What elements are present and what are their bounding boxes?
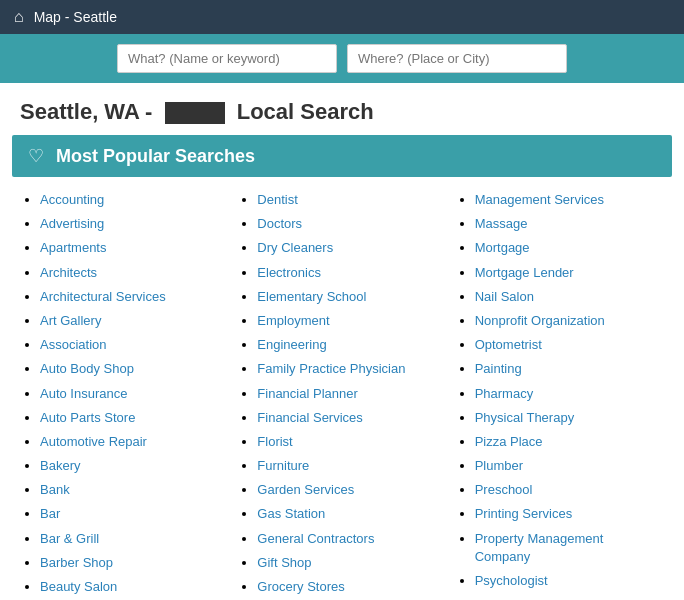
list-item: Auto Parts Store	[40, 409, 225, 427]
search-link[interactable]: Preschool	[475, 482, 533, 497]
search-link[interactable]: Physical Therapy	[475, 410, 574, 425]
list-item: Bar	[40, 505, 225, 523]
page-title-suffix: Local Search	[237, 99, 374, 124]
list-item: Mortgage	[475, 239, 660, 257]
search-link[interactable]: Elementary School	[257, 289, 366, 304]
list-item: Accounting	[40, 191, 225, 209]
top-nav: ⌂ Map - Seattle	[0, 0, 684, 34]
search-link[interactable]: Garden Services	[257, 482, 354, 497]
search-link[interactable]: General Contractors	[257, 531, 374, 546]
search-link[interactable]: Painting	[475, 361, 522, 376]
search-link[interactable]: Architectural Services	[40, 289, 166, 304]
list-item: Barber Shop	[40, 554, 225, 572]
search-link[interactable]: Engineering	[257, 337, 326, 352]
list-item: Financial Planner	[257, 385, 442, 403]
search-link[interactable]: Pizza Place	[475, 434, 543, 449]
search-link[interactable]: Furniture	[257, 458, 309, 473]
search-link[interactable]: Gas Station	[257, 506, 325, 521]
search-link[interactable]: Auto Parts Store	[40, 410, 135, 425]
search-link[interactable]: Grocery Stores	[257, 579, 344, 594]
search-link[interactable]: Dry Cleaners	[257, 240, 333, 255]
search-link[interactable]: Automotive Repair	[40, 434, 147, 449]
list-item: Psychologist	[475, 572, 660, 590]
list-item: Garden Services	[257, 481, 442, 499]
search-link[interactable]: Family Practice Physician	[257, 361, 405, 376]
search-link[interactable]: Bar	[40, 506, 60, 521]
list-item: Engineering	[257, 336, 442, 354]
list-item: Auto Insurance	[40, 385, 225, 403]
list-item: Auto Body Shop	[40, 360, 225, 378]
search-link[interactable]: Pharmacy	[475, 386, 534, 401]
search-link[interactable]: Auto Insurance	[40, 386, 127, 401]
list-item: Apartments	[40, 239, 225, 257]
page-title-prefix: Seattle, WA -	[20, 99, 152, 124]
search-link[interactable]: Beauty Salon	[40, 579, 117, 594]
list-item: Gift Shop	[257, 554, 442, 572]
search-link[interactable]: Financial Planner	[257, 386, 357, 401]
search-link[interactable]: Auto Body Shop	[40, 361, 134, 376]
search-column-col1: AccountingAdvertisingApartmentsArchitect…	[16, 191, 233, 600]
search-link[interactable]: Art Gallery	[40, 313, 101, 328]
list-item: Grocery Stores	[257, 578, 442, 596]
what-input[interactable]	[117, 44, 337, 73]
search-link[interactable]: Psychologist	[475, 573, 548, 588]
search-link[interactable]: Accounting	[40, 192, 104, 207]
list-item: Gas Station	[257, 505, 442, 523]
list-item: Nail Salon	[475, 288, 660, 306]
list-item: Doctors	[257, 215, 442, 233]
search-link[interactable]: Gift Shop	[257, 555, 311, 570]
list-item: Plumber	[475, 457, 660, 475]
search-link[interactable]: Barber Shop	[40, 555, 113, 570]
list-item: Employment	[257, 312, 442, 330]
list-item: Association	[40, 336, 225, 354]
list-item: Dry Cleaners	[257, 239, 442, 257]
page-title: Seattle, WA - Local Search	[0, 83, 684, 135]
list-item: Architects	[40, 264, 225, 282]
search-link[interactable]: Financial Services	[257, 410, 363, 425]
search-link[interactable]: Association	[40, 337, 106, 352]
search-link[interactable]: Printing Services	[475, 506, 573, 521]
search-link[interactable]: Advertising	[40, 216, 104, 231]
search-link[interactable]: Bar & Grill	[40, 531, 99, 546]
search-link[interactable]: Nail Salon	[475, 289, 534, 304]
where-input[interactable]	[347, 44, 567, 73]
list-item: General Contractors	[257, 530, 442, 548]
list-item: Nonprofit Organization	[475, 312, 660, 330]
list-item: Mortgage Lender	[475, 264, 660, 282]
search-link[interactable]: Plumber	[475, 458, 523, 473]
search-link[interactable]: Dentist	[257, 192, 297, 207]
heart-icon: ♡	[28, 145, 44, 167]
search-link[interactable]: Employment	[257, 313, 329, 328]
search-link[interactable]: Management Services	[475, 192, 604, 207]
home-icon[interactable]: ⌂	[14, 8, 24, 26]
redacted-block	[165, 102, 225, 124]
list-item: Dentist	[257, 191, 442, 209]
search-link[interactable]: Apartments	[40, 240, 106, 255]
list-item: Optometrist	[475, 336, 660, 354]
list-item: Bar & Grill	[40, 530, 225, 548]
search-link[interactable]: Bank	[40, 482, 70, 497]
list-item: Massage	[475, 215, 660, 233]
search-link[interactable]: Optometrist	[475, 337, 542, 352]
search-link[interactable]: Florist	[257, 434, 292, 449]
list-item: Florist	[257, 433, 442, 451]
search-link[interactable]: Mortgage	[475, 240, 530, 255]
list-item: Automotive Repair	[40, 433, 225, 451]
search-link[interactable]: Doctors	[257, 216, 302, 231]
search-link[interactable]: Architects	[40, 265, 97, 280]
list-item: Pizza Place	[475, 433, 660, 451]
search-link[interactable]: Nonprofit Organization	[475, 313, 605, 328]
search-link[interactable]: Electronics	[257, 265, 321, 280]
list-item: Real Estate	[475, 596, 660, 600]
nav-title: Map - Seattle	[34, 9, 117, 25]
list-item: Bank	[40, 481, 225, 499]
search-link[interactable]: Massage	[475, 216, 528, 231]
list-item: Preschool	[475, 481, 660, 499]
search-link[interactable]: Bakery	[40, 458, 80, 473]
list-item: Elementary School	[257, 288, 442, 306]
list-item: Management Services	[475, 191, 660, 209]
search-link[interactable]: Mortgage Lender	[475, 265, 574, 280]
section-header: ♡ Most Popular Searches	[12, 135, 672, 177]
search-link[interactable]: Property Management Company	[475, 531, 604, 564]
list-item: Architectural Services	[40, 288, 225, 306]
